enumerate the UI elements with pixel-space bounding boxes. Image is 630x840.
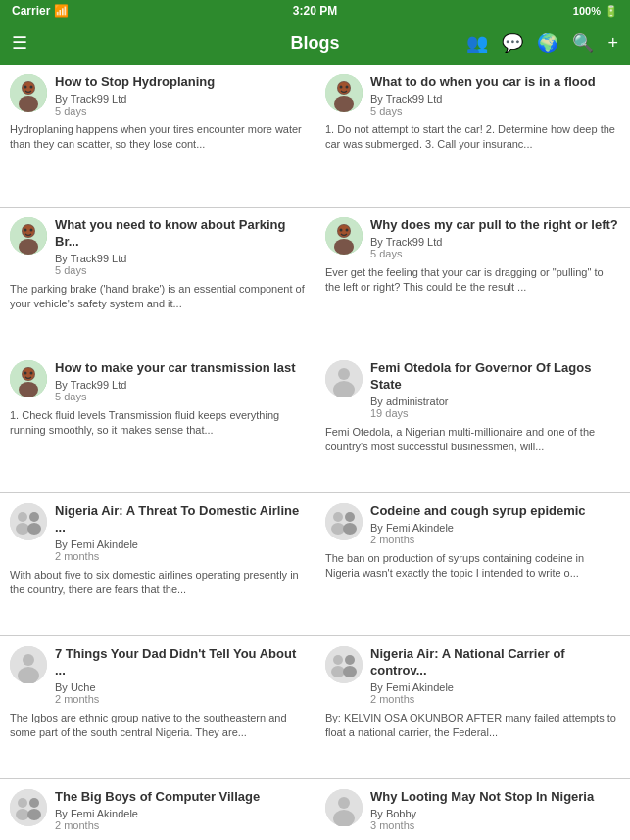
blog-excerpt: The ban on production of syrups containi… (325, 551, 620, 582)
avatar (10, 74, 47, 112)
blog-time: 2 months (55, 819, 305, 831)
svg-point-17 (30, 229, 33, 232)
blog-author: By Track99 Ltd (55, 253, 305, 264)
blog-time: 2 months (55, 693, 305, 705)
blog-card[interactable]: What you need to know about Parking Br..… (0, 208, 315, 350)
blog-meta: Nigeria Air: A Threat To Domestic Airlin… (55, 503, 305, 562)
svg-point-49 (345, 655, 355, 665)
battery-icon: 🔋 (605, 5, 618, 18)
svg-point-22 (340, 229, 343, 232)
blog-author: By Femi Akindele (55, 538, 305, 550)
blog-card[interactable]: How to make your car transmission last B… (0, 350, 315, 492)
avatar (325, 74, 363, 112)
blog-author: By Track99 Ltd (370, 93, 620, 105)
blog-excerpt: 1. Check fluid levels Transmission fluid… (10, 408, 305, 439)
blog-title: Why does my car pull to the right or lef… (370, 217, 620, 234)
svg-point-2 (19, 96, 38, 112)
blog-meta: The Big Boys of Computer Village By Femi… (55, 789, 305, 831)
blog-author: By administrator (370, 396, 620, 407)
blog-meta: Why Looting May Not Stop In Nigeria By B… (370, 789, 620, 831)
svg-point-39 (333, 512, 343, 522)
battery-text: 100% (573, 5, 601, 17)
blog-author: By Track99 Ltd (55, 379, 305, 391)
blog-card-header: How to make your car transmission last B… (10, 360, 305, 402)
blog-card-header: Why Looting May Not Stop In Nigeria By B… (325, 789, 620, 831)
header-title: Blogs (290, 33, 339, 54)
svg-point-5 (30, 86, 33, 89)
svg-point-41 (345, 512, 355, 522)
blog-card[interactable]: Femi Otedola for Governor Of Lagos State… (315, 350, 630, 492)
blog-card-header: What you need to know about Parking Br..… (10, 217, 305, 276)
blog-title: Femi Otedola for Governor Of Lagos State (370, 360, 620, 394)
blog-title: How to make your car transmission last (55, 360, 305, 377)
header-right: 👥 💬 🌍 🔍 + (466, 32, 618, 54)
svg-point-50 (343, 666, 357, 677)
globe-icon[interactable]: 🌍 (537, 32, 558, 54)
blog-title: The Big Boys of Computer Village (55, 789, 305, 806)
search-icon[interactable]: 🔍 (572, 32, 594, 54)
app-header: ☰ Blogs 👥 💬 🌍 🔍 + (0, 22, 630, 65)
blog-card-header: Codeine and cough syrup epidemic By Femi… (325, 503, 620, 545)
svg-point-40 (331, 523, 345, 535)
avatar (10, 360, 47, 397)
blog-excerpt: Ever get the feeling that your car is dr… (325, 265, 620, 296)
svg-point-54 (29, 798, 39, 808)
blog-card[interactable]: 7 Things Your Dad Didn't Tell You About … (0, 636, 315, 778)
blog-card[interactable]: Nigeria Air: A National Carrier of contr… (315, 636, 630, 778)
blog-author: By Femi Akindele (55, 808, 305, 819)
blog-card-header: Why does my car pull to the right or lef… (325, 217, 620, 259)
blog-meta: How to make your car transmission last B… (55, 360, 305, 402)
svg-point-37 (27, 523, 41, 535)
svg-point-51 (10, 789, 47, 826)
blog-time: 5 days (55, 264, 305, 276)
blog-card-header: Femi Otedola for Governor Of Lagos State… (325, 360, 620, 419)
blog-title: Nigeria Air: A National Carrier of contr… (370, 646, 620, 679)
blog-title: Why Looting May Not Stop In Nigeria (370, 789, 620, 806)
blog-time: 2 months (370, 693, 620, 705)
svg-point-38 (325, 503, 363, 540)
blog-card-header: How to Stop Hydroplaning By Track99 Ltd … (10, 74, 305, 117)
blog-grid: How to Stop Hydroplaning By Track99 Ltd … (0, 65, 630, 840)
svg-point-11 (346, 86, 349, 89)
blog-time: 5 days (370, 105, 620, 117)
add-icon[interactable]: + (607, 33, 618, 54)
avatar (10, 217, 47, 255)
svg-point-42 (343, 523, 357, 535)
blog-title: 7 Things Your Dad Didn't Tell You About … (55, 646, 305, 679)
blog-title: What to do when you car is in a flood (370, 74, 620, 91)
svg-point-8 (334, 96, 354, 112)
status-left: Carrier 📶 (12, 4, 69, 18)
people-icon[interactable]: 👥 (466, 32, 488, 54)
blog-title: How to Stop Hydroplaning (55, 74, 305, 91)
avatar (325, 360, 363, 397)
blog-card[interactable]: What to do when you car is in a flood By… (315, 65, 630, 207)
blog-meta: What you need to know about Parking Br..… (55, 217, 305, 276)
blog-card[interactable]: Why does my car pull to the right or lef… (315, 208, 630, 350)
blog-meta: Nigeria Air: A National Carrier of contr… (370, 646, 620, 705)
svg-point-29 (30, 372, 33, 375)
blog-card-header: What to do when you car is in a flood By… (325, 74, 620, 117)
status-time: 3:20 PM (293, 4, 337, 18)
menu-icon[interactable]: ☰ (12, 32, 27, 54)
status-right: 100% 🔋 (573, 5, 618, 18)
blog-card[interactable]: Why Looting May Not Stop In Nigeria By B… (315, 779, 630, 840)
blog-card[interactable]: Nigeria Air: A Threat To Domestic Airlin… (0, 493, 315, 635)
blog-title: Nigeria Air: A Threat To Domestic Airlin… (55, 503, 305, 537)
svg-point-52 (18, 798, 27, 808)
blog-meta: 7 Things Your Dad Didn't Tell You About … (55, 646, 305, 705)
blog-card[interactable]: How to Stop Hydroplaning By Track99 Ltd … (0, 65, 315, 207)
svg-point-33 (10, 503, 47, 540)
blog-excerpt: By: KELVIN OSA OKUNBOR AFTER many failed… (325, 711, 620, 741)
avatar (325, 217, 363, 255)
blog-card-header: Nigeria Air: A National Carrier of contr… (325, 646, 620, 705)
carrier-text: Carrier (12, 4, 50, 18)
blog-author: By Uche (55, 681, 305, 693)
blog-meta: Codeine and cough syrup epidemic By Femi… (370, 503, 620, 545)
chat-icon[interactable]: 💬 (502, 32, 523, 54)
svg-point-10 (340, 86, 343, 89)
blog-card[interactable]: Codeine and cough syrup epidemic By Femi… (315, 493, 630, 635)
status-bar: Carrier 📶 3:20 PM 100% 🔋 (0, 0, 630, 22)
svg-point-20 (334, 239, 354, 255)
blog-card[interactable]: The Big Boys of Computer Village By Femi… (0, 779, 315, 840)
svg-point-4 (24, 86, 27, 89)
